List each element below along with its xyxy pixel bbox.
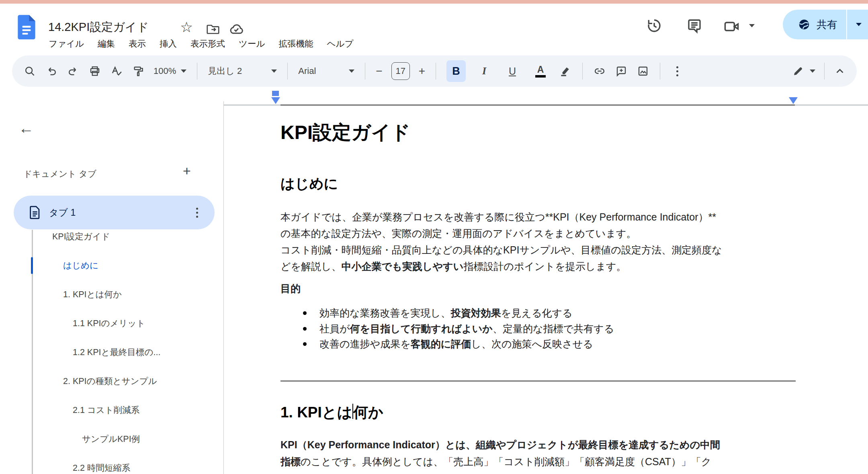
- tab-label: タブ 1: [49, 206, 76, 219]
- outline-item-title[interactable]: KPI設定ガイド: [0, 222, 223, 251]
- document-tabs-header: ドキュメント タブ: [23, 168, 96, 180]
- menu-view[interactable]: 表示: [122, 35, 153, 52]
- outline-item-1[interactable]: 1. KPIとは何か: [0, 280, 223, 309]
- outline-item-2[interactable]: 2. KPIの種類とサンプル: [0, 366, 223, 395]
- share-button-divider: [846, 10, 847, 39]
- italic-button[interactable]: I: [475, 60, 494, 82]
- search-icon[interactable]: [23, 65, 36, 78]
- window-accent-bar: [0, 0, 868, 4]
- toolbar-divider: [197, 63, 197, 80]
- toolbar-divider: [287, 63, 288, 80]
- toolbar: 100% 見出し 2 Arial − 17 + B I U A: [12, 55, 857, 87]
- paragraph-line[interactable]: の基本的な設定方法や、実際の測定・運用面のアドバイスをまとめています。: [280, 225, 722, 242]
- toolbar-divider: [824, 63, 825, 80]
- paragraph-line[interactable]: どを解説し、中小企業でも実践しやすい指標設計のポイントを提示します。: [280, 258, 722, 275]
- paragraph-line[interactable]: コスト削減・時間短縮・品質向上などの具体的なKPIサンプルや、目標値の設定方法、…: [280, 242, 722, 258]
- menu-insert[interactable]: 挿入: [153, 35, 184, 52]
- share-button-label: 共有: [817, 18, 837, 32]
- paint-format-icon[interactable]: [132, 65, 145, 78]
- bullet-dot: [303, 327, 307, 331]
- globe-icon: [797, 18, 811, 31]
- outline-item-hajimeni-active[interactable]: はじめに: [0, 251, 223, 280]
- underline-button[interactable]: U: [503, 60, 522, 82]
- paragraph-line[interactable]: 指標のことです。具体例としては、「売上高」「コスト削減額」「顧客満足度（CSAT…: [280, 453, 720, 470]
- redo-icon[interactable]: [67, 65, 80, 78]
- font-size-value[interactable]: 17: [391, 62, 410, 80]
- bullet-item[interactable]: 社員が何を目指して行動すればよいか、定量的な指標で共有する: [280, 321, 614, 337]
- document-outline: KPI設定ガイド はじめに 1. KPIとは何か 1.1 KPIのメリット 1.…: [0, 222, 223, 474]
- paragraph-style-value: 見出し 2: [208, 65, 242, 77]
- ruler-text-width-segment[interactable]: [280, 104, 795, 106]
- outline-item-2-1[interactable]: 2.1 コスト削減系: [0, 395, 223, 424]
- menu-help[interactable]: ヘルプ: [320, 35, 360, 52]
- menu-bar: ファイル 編集 表示 挿入 表示形式 ツール 拡張機能 ヘルプ: [42, 35, 360, 52]
- tab-options-icon[interactable]: [190, 208, 203, 218]
- toolbar-divider: [660, 63, 660, 80]
- share-button[interactable]: 共有: [783, 10, 868, 39]
- doc-heading-title[interactable]: KPI設定ガイド: [280, 120, 410, 145]
- first-line-indent-marker[interactable]: [272, 91, 279, 96]
- font-value: Arial: [298, 66, 316, 76]
- doc-paragraph-kpi[interactable]: KPI（Key Performance Indicator）とは、組織やプロジェ…: [280, 436, 720, 470]
- undo-icon[interactable]: [45, 65, 58, 78]
- outline-item-2-2[interactable]: 2.2 時間短縮系: [0, 453, 223, 474]
- document-title[interactable]: 14.2KPI設定ガイド: [48, 19, 149, 35]
- menu-edit[interactable]: 編集: [91, 35, 122, 52]
- comments-icon[interactable]: [686, 17, 703, 35]
- right-indent-marker[interactable]: [789, 97, 798, 104]
- paragraph-style-select[interactable]: 見出し 2: [208, 65, 277, 77]
- mode-dropdown-icon: [810, 69, 815, 73]
- doc-heading-intro[interactable]: はじめに: [280, 174, 338, 193]
- bullet-dot: [303, 342, 307, 346]
- increase-font-size-button[interactable]: +: [419, 65, 425, 78]
- collapse-toolbar-icon[interactable]: [833, 65, 846, 78]
- menu-format[interactable]: 表示形式: [184, 35, 232, 52]
- highlight-color-icon[interactable]: [559, 65, 572, 78]
- editing-mode-select[interactable]: [792, 65, 815, 77]
- share-dropdown-icon[interactable]: [856, 23, 862, 26]
- bullet-item[interactable]: 改善の進捗や成果を客観的に評価し、次の施策へ反映させる: [280, 336, 614, 352]
- video-call-dropdown-icon[interactable]: [749, 24, 755, 27]
- doc-purpose-label[interactable]: 目的: [280, 282, 301, 295]
- outline-item-sample-kpi[interactable]: サンプルKPI例: [0, 424, 223, 453]
- outline-item-1-1[interactable]: 1.1 KPIのメリット: [0, 309, 223, 337]
- bullet-item[interactable]: 効率的な業務改善を実現し、投資対効果を見える化する: [280, 305, 614, 321]
- version-history-icon[interactable]: [645, 17, 663, 35]
- video-call-icon[interactable]: [723, 18, 740, 35]
- menu-file[interactable]: ファイル: [42, 35, 91, 52]
- insert-image-icon[interactable]: [637, 65, 649, 78]
- sidebar-divider: [223, 101, 224, 474]
- zoom-select[interactable]: 100%: [154, 66, 186, 76]
- google-docs-logo-icon[interactable]: [16, 13, 37, 40]
- toolbar-divider: [436, 63, 436, 80]
- doc-heading-kpi[interactable]: 1. KPIとは何か: [280, 402, 383, 423]
- paragraph-line[interactable]: KPI（Key Performance Indicator）とは、組織やプロジェ…: [280, 436, 720, 453]
- doc-paragraph-intro[interactable]: 本ガイドでは、企業が業務プロセスを改善する際に役立つ**KPI（Key Perf…: [280, 209, 722, 275]
- bold-button[interactable]: B: [446, 60, 466, 82]
- spellcheck-icon[interactable]: [110, 65, 123, 78]
- add-comment-icon[interactable]: [615, 65, 628, 78]
- doc-bullet-list: 効率的な業務改善を実現し、投資対効果を見える化する 社員が何を目指して行動すれば…: [280, 305, 614, 352]
- close-sidebar-back-icon[interactable]: ←: [18, 121, 34, 136]
- star-icon[interactable]: ☆: [180, 20, 193, 35]
- more-toolbar-options-icon[interactable]: [671, 66, 684, 76]
- style-dropdown-icon: [271, 69, 277, 73]
- left-indent-marker[interactable]: [271, 97, 280, 104]
- decrease-font-size-button[interactable]: −: [376, 65, 382, 78]
- zoom-value: 100%: [154, 66, 176, 76]
- font-select[interactable]: Arial: [298, 66, 354, 76]
- paragraph-line[interactable]: 本ガイドでは、企業が業務プロセスを改善する際に役立つ**KPI（Key Perf…: [280, 209, 722, 225]
- tab-document-icon: [29, 206, 41, 219]
- text-color-button[interactable]: A: [531, 60, 550, 82]
- horizontal-rule: [280, 380, 796, 382]
- toolbar-divider: [582, 63, 583, 80]
- print-icon[interactable]: [88, 65, 101, 78]
- bullet-dot: [303, 311, 307, 315]
- zoom-dropdown-icon: [181, 69, 186, 73]
- add-tab-icon[interactable]: +: [183, 163, 191, 179]
- outline-item-1-2[interactable]: 1.2 KPIと最終目標の...: [0, 337, 223, 366]
- menu-extensions[interactable]: 拡張機能: [272, 35, 320, 52]
- menu-tools[interactable]: ツール: [232, 35, 272, 52]
- font-dropdown-icon: [349, 69, 354, 73]
- insert-link-icon[interactable]: [593, 65, 606, 78]
